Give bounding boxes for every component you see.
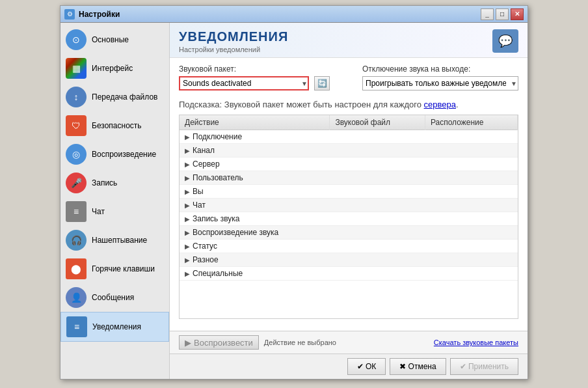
apply-button[interactable]: ✔ Применить	[450, 358, 518, 375]
row-action: ▶Статус	[180, 240, 330, 253]
col-action: Действие	[180, 115, 330, 130]
maximize-button[interactable]: □	[496, 8, 509, 20]
tree-arrow-icon: ▶	[185, 133, 190, 141]
table-row[interactable]: ▶Воспроизведение звука	[180, 226, 518, 240]
row-action: ▶Воспроизведение звука	[180, 226, 330, 240]
table-row[interactable]: ▶Статус	[180, 240, 518, 253]
title-bar: ⚙ Настройки _ □ ✕	[60, 6, 528, 23]
sidebar-item-messages[interactable]: 👤 Сообщения	[60, 283, 169, 312]
sidebar-label-whisper: Нашептывание	[92, 236, 147, 245]
table-row[interactable]: ▶Сервер	[180, 158, 518, 171]
play-icon: ▶	[185, 338, 191, 348]
panel-header-icon: 💬	[492, 29, 518, 53]
row-location	[425, 267, 517, 281]
actions-table: Действие Звуковой файл Расположение ▶Под…	[180, 115, 518, 281]
close-button[interactable]: ✕	[511, 8, 524, 20]
col-sound-file: Звуковой файл	[330, 115, 425, 130]
tree-arrow-icon: ▶	[185, 161, 190, 168]
sidebar-label-hotkeys: Горячие клавиши	[92, 264, 155, 273]
row-location	[425, 158, 517, 171]
row-sound-file	[330, 212, 425, 226]
row-location	[425, 144, 517, 158]
sidebar-item-chat[interactable]: ≡ Чат	[60, 197, 169, 226]
mute-section: Отключение звука на выходе: Проигрывать …	[362, 64, 518, 96]
sound-pack-select[interactable]: Sounds deactivated	[179, 76, 309, 90]
tree-arrow-icon: ▶	[185, 188, 190, 195]
row-sound-file	[330, 253, 425, 267]
sidebar-item-basic[interactable]: ⊙ Основные	[60, 25, 169, 54]
row-location	[425, 240, 517, 253]
table-row[interactable]: ▶Разное	[180, 253, 518, 267]
mute-select[interactable]: Проигрывать только важные уведомления	[362, 76, 518, 90]
sidebar-item-interface[interactable]: ▦ Интерфейс	[60, 54, 169, 83]
row-location	[425, 253, 517, 267]
title-bar-buttons: _ □ ✕	[481, 8, 524, 20]
minimize-button[interactable]: _	[481, 8, 494, 20]
table-row[interactable]: ▶Специальные	[180, 267, 518, 281]
sidebar-item-security[interactable]: 🛡 Безопасность	[60, 111, 169, 140]
row-action: ▶Специальные	[180, 267, 330, 281]
table-row[interactable]: ▶Чат	[180, 199, 518, 212]
row-sound-file	[330, 158, 425, 171]
sidebar-label-messages: Сообщения	[92, 293, 134, 302]
hint-server-link[interactable]: сервера	[424, 100, 456, 109]
main-panel: УВЕДОМЛЕНИЯ Настройки уведомлений 💬 Звук…	[170, 23, 528, 379]
sidebar-item-playback[interactable]: ◎ Воспроизведение	[60, 140, 169, 169]
mute-fields: Проигрывать только важные уведомления ▼	[362, 76, 518, 90]
sidebar-item-transfer[interactable]: ↕ Передача файлов	[60, 83, 169, 111]
table-row[interactable]: ▶Запись звука	[180, 212, 518, 226]
panel-subtitle: Настройки уведомлений	[179, 46, 288, 53]
play-button[interactable]: ▶ Воспроизвести	[179, 335, 259, 350]
tree-arrow-icon: ▶	[185, 147, 190, 154]
row-action: ▶Сервер	[180, 158, 330, 171]
sound-pack-fields: Sounds deactivated ▼ 🔄	[179, 76, 330, 90]
table-row[interactable]: ▶Вы	[180, 185, 518, 199]
tree-arrow-icon: ▶	[185, 174, 190, 182]
sidebar-label-basic: Основные	[92, 35, 129, 44]
row-sound-file	[330, 130, 425, 144]
ok-button[interactable]: ✔ ОК	[347, 358, 386, 375]
cancel-button[interactable]: ✖ Отмена	[390, 358, 446, 375]
sidebar-label-transfer: Передача файлов	[92, 92, 158, 102]
content-area: ⊙ Основные ▦ Интерфейс ↕ Передача файлов…	[60, 23, 528, 379]
sidebar-item-notifications[interactable]: ≡ Уведомления	[60, 312, 169, 342]
panel-body: Звуковой пакет: Sounds deactivated ▼ 🔄	[170, 58, 528, 331]
row-action: ▶Пользователь	[180, 171, 330, 185]
sidebar-item-record[interactable]: 🎤 Запись	[60, 169, 169, 197]
sidebar: ⊙ Основные ▦ Интерфейс ↕ Передача файлов…	[60, 23, 170, 379]
row-location	[425, 212, 517, 226]
sidebar-item-hotkeys[interactable]: ⬤ Горячие клавиши	[60, 255, 169, 283]
hotkeys-icon: ⬤	[66, 258, 87, 279]
sidebar-item-whisper[interactable]: 🎧 Нашептывание	[60, 226, 169, 255]
row-location	[425, 171, 517, 185]
sidebar-label-security: Безопасность	[92, 121, 142, 130]
row-action: ▶Подключение	[180, 130, 330, 144]
tree-arrow-icon: ▶	[185, 229, 190, 236]
record-icon: 🎤	[66, 173, 87, 193]
sidebar-label-record: Запись	[92, 178, 117, 187]
row-sound-file	[330, 185, 425, 199]
row-location	[425, 185, 517, 199]
action-status: Действие не выбрано	[264, 339, 336, 346]
whisper-icon: 🎧	[66, 230, 87, 251]
row-sound-file	[330, 199, 425, 212]
table-row[interactable]: ▶Пользователь	[180, 171, 518, 185]
row-sound-file	[330, 267, 425, 281]
hint-suffix: .	[456, 100, 459, 109]
download-sounds-link[interactable]: Скачать звуковые пакеты	[434, 339, 518, 346]
tree-arrow-icon: ▶	[185, 243, 190, 250]
security-icon: 🛡	[66, 115, 87, 136]
mute-label: Отключение звука на выходе:	[362, 64, 518, 74]
table-row[interactable]: ▶Подключение	[180, 130, 518, 144]
hint-text: Подсказка: Звуковой пакет может быть нас…	[179, 100, 518, 109]
sound-pack-refresh-button[interactable]: 🔄	[314, 76, 330, 90]
play-button-label: Воспроизвести	[194, 338, 253, 348]
play-section: ▶ Воспроизвести Действие не выбрано	[179, 335, 336, 350]
table-header-row: Действие Звуковой файл Расположение	[180, 115, 518, 130]
window-title: Настройки	[79, 10, 481, 19]
table-row[interactable]: ▶Канал	[180, 144, 518, 158]
panel-header-text: УВЕДОМЛЕНИЯ Настройки уведомлений	[179, 29, 288, 53]
tree-arrow-icon: ▶	[185, 270, 190, 277]
tree-arrow-icon: ▶	[185, 202, 190, 209]
panel-title: УВЕДОМЛЕНИЯ	[179, 29, 288, 44]
